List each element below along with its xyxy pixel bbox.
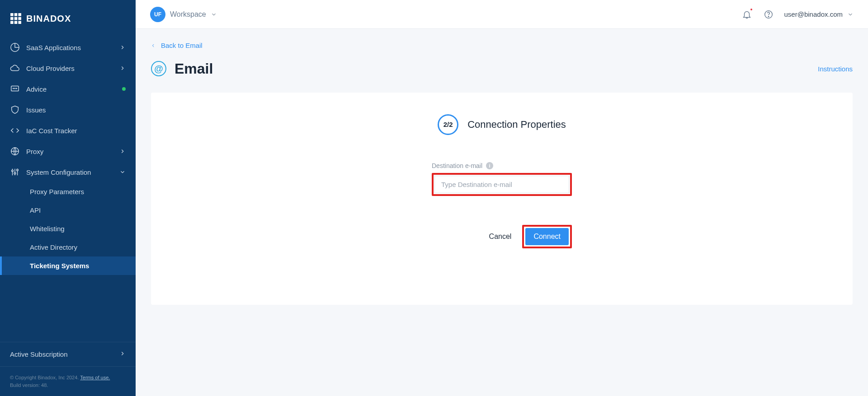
sidebar-subitem-ticketing-systems[interactable]: Ticketing Systems [0, 256, 136, 275]
sidebar-item-saas-applications[interactable]: SaaS Applications [0, 37, 136, 58]
sidebar-item-label: Active Subscription [10, 350, 68, 358]
sliders-icon [10, 167, 20, 177]
page-title: Email [175, 61, 213, 77]
brand-logo[interactable]: BINADOX [0, 0, 136, 37]
svg-rect-8 [18, 21, 21, 24]
svg-point-17 [12, 170, 14, 172]
email-at-icon: @ [151, 61, 166, 76]
destination-email-label: Destination e-mail i [432, 162, 572, 169]
sidebar-subitem-api[interactable]: API [0, 201, 136, 219]
sidebar-item-label: Advice [26, 85, 113, 93]
pie-chart-icon [10, 42, 20, 52]
svg-point-19 [17, 169, 19, 171]
step-title: Connection Properties [467, 119, 566, 130]
globe-icon [10, 146, 20, 156]
connection-form: Destination e-mail i Cancel Connect [432, 162, 572, 248]
content: Back to Email @ Email Instructions 2/2 C… [136, 29, 868, 396]
button-highlight-annotation: Connect [522, 225, 572, 248]
svg-point-21 [768, 16, 769, 16]
svg-rect-7 [14, 21, 18, 24]
svg-rect-0 [10, 13, 14, 16]
workspace-selector[interactable]: UF Workspace [150, 7, 217, 22]
status-dot-icon [122, 87, 126, 91]
sidebar-item-label: IaC Cost Tracker [26, 127, 126, 135]
sidebar-item-label: SaaS Applications [26, 44, 113, 51]
brand-name: BINADOX [26, 14, 71, 24]
sidebar-item-label: System Configuration [26, 168, 113, 176]
topbar: UF Workspace user@binadox.com [136, 0, 868, 29]
help-button[interactable] [763, 9, 774, 20]
sidebar-item-label: Proxy [26, 148, 113, 155]
topbar-right: user@binadox.com [741, 9, 854, 20]
user-menu[interactable]: user@binadox.com [784, 10, 854, 18]
sidebar-subitem-active-directory[interactable]: Active Directory [0, 238, 136, 256]
instructions-link[interactable]: Instructions [818, 65, 853, 73]
svg-rect-5 [18, 17, 21, 20]
svg-point-11 [14, 88, 15, 89]
svg-point-12 [16, 88, 17, 89]
back-link[interactable]: Back to Email [151, 42, 203, 49]
notification-badge-icon [750, 8, 753, 11]
svg-rect-4 [14, 17, 18, 20]
sidebar-subitem-whitelisting[interactable]: Whitelisting [0, 219, 136, 238]
page-header: @ Email Instructions [151, 61, 853, 77]
workspace-label: Workspace [170, 10, 206, 19]
sidebar-item-cloud-providers[interactable]: Cloud Providers [0, 58, 136, 79]
connect-button[interactable]: Connect [525, 228, 569, 245]
terms-of-use-link[interactable]: Terms of use. [80, 375, 110, 380]
copyright-text: © Copyright Binadox, Inc 2024. [10, 375, 80, 380]
shield-icon [10, 105, 20, 115]
message-icon [10, 84, 20, 94]
sidebar-item-label: Cloud Providers [26, 65, 113, 72]
sidebar: BINADOX SaaS Applications Cloud Provider… [0, 0, 136, 396]
cloud-icon [10, 63, 20, 73]
cancel-button[interactable]: Cancel [486, 229, 514, 244]
chevron-right-icon [119, 148, 126, 154]
chevron-right-icon [119, 44, 126, 51]
svg-rect-3 [10, 17, 14, 20]
sidebar-item-iac-cost-tracker[interactable]: IaC Cost Tracker [0, 120, 136, 141]
sidebar-item-advice[interactable]: Advice [0, 79, 136, 99]
user-email: user@binadox.com [784, 10, 843, 18]
sidebar-item-proxy[interactable]: Proxy [0, 141, 136, 162]
svg-rect-2 [18, 13, 21, 16]
chevron-down-icon [211, 11, 217, 18]
sidebar-subitem-proxy-parameters[interactable]: Proxy Parameters [0, 182, 136, 201]
chevron-right-icon [119, 350, 126, 358]
step-header: 2/2 Connection Properties [169, 114, 835, 135]
workspace-avatar: UF [150, 7, 165, 22]
chevron-down-icon [119, 169, 126, 175]
notifications-button[interactable] [741, 9, 753, 20]
svg-rect-1 [14, 13, 18, 16]
code-icon [10, 126, 20, 135]
chevron-right-icon [119, 65, 126, 71]
step-indicator: 2/2 [438, 114, 458, 135]
sidebar-footer-copyright: © Copyright Binadox, Inc 2024. Terms of … [0, 367, 136, 396]
back-link-label: Back to Email [161, 42, 203, 49]
build-version: Build version: 48. [10, 382, 48, 388]
svg-point-18 [14, 172, 16, 174]
main: UF Workspace user@binadox.com [136, 0, 868, 396]
sidebar-nav: SaaS Applications Cloud Providers Advice… [0, 37, 136, 334]
destination-email-input[interactable] [434, 176, 569, 193]
input-highlight-annotation [432, 173, 572, 196]
svg-point-10 [13, 88, 14, 89]
sidebar-item-system-configuration[interactable]: System Configuration [0, 162, 136, 182]
chevron-down-icon [847, 11, 854, 18]
field-label-text: Destination e-mail [432, 162, 482, 169]
brand-logo-icon [10, 13, 22, 24]
svg-rect-6 [10, 21, 14, 24]
sidebar-item-issues[interactable]: Issues [0, 99, 136, 120]
form-card: 2/2 Connection Properties Destination e-… [151, 93, 853, 305]
form-actions: Cancel Connect [432, 225, 572, 248]
info-icon[interactable]: i [486, 162, 493, 169]
sidebar-item-label: Issues [26, 106, 126, 114]
sidebar-item-active-subscription[interactable]: Active Subscription [0, 342, 136, 367]
